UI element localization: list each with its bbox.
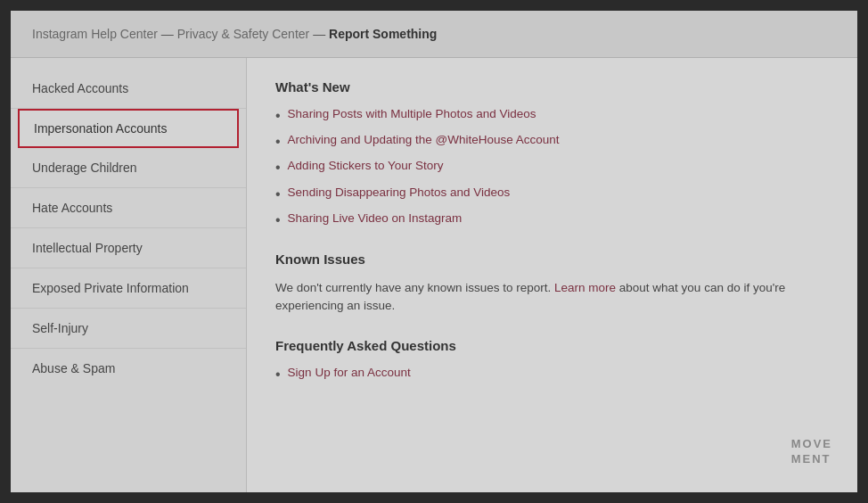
whats-new-link-1[interactable]: Sharing Posts with Multiple Photos and V… xyxy=(288,107,536,120)
sidebar-item-hacked-accounts[interactable]: Hacked Accounts xyxy=(11,69,246,109)
main-content: What's New • Sharing Posts with Multiple… xyxy=(247,58,857,492)
known-issues-text: We don't currently have any known issues… xyxy=(275,279,829,316)
breadcrumb-privacy: Privacy & Safety Center xyxy=(177,27,310,41)
breadcrumb-sep1: — xyxy=(158,27,177,41)
whats-new-section: What's New • Sharing Posts with Multiple… xyxy=(275,79,829,228)
list-item: • Sign Up for an Account xyxy=(275,366,829,383)
whats-new-title: What's New xyxy=(275,79,829,95)
bullet-icon: • xyxy=(275,211,281,228)
bullet-icon: • xyxy=(275,366,281,383)
list-item: • Sharing Posts with Multiple Photos and… xyxy=(275,107,829,124)
learn-more-link[interactable]: Learn more xyxy=(554,281,616,294)
bullet-icon: • xyxy=(275,159,281,176)
faq-title: Frequently Asked Questions xyxy=(275,338,829,353)
whats-new-link-3[interactable]: Adding Stickers to Your Story xyxy=(288,159,444,172)
known-issues-title: Known Issues xyxy=(275,252,829,267)
breadcrumb-report: Report Something xyxy=(329,27,437,41)
list-item: • Sending Disappearing Photos and Videos xyxy=(275,186,829,202)
faq-link-1[interactable]: Sign Up for an Account xyxy=(288,366,411,379)
breadcrumb-home: Instagram Help Center xyxy=(32,27,158,41)
sidebar-item-hate-accounts[interactable]: Hate Accounts xyxy=(11,188,246,228)
whats-new-link-5[interactable]: Sharing Live Video on Instagram xyxy=(288,211,463,225)
sidebar-item-exposed-private[interactable]: Exposed Private Information xyxy=(11,268,246,309)
known-issues-section: Known Issues We don't currently have any… xyxy=(275,252,829,316)
watermark: MOVE MENT xyxy=(791,437,832,467)
bullet-icon: • xyxy=(275,186,281,202)
list-item: • Sharing Live Video on Instagram xyxy=(275,211,829,228)
bullet-icon: • xyxy=(275,133,281,150)
whats-new-link-4[interactable]: Sending Disappearing Photos and Videos xyxy=(288,186,511,199)
sidebar: Hacked Accounts Impersonation Accounts U… xyxy=(11,58,247,492)
list-item: • Archiving and Updating the @WhiteHouse… xyxy=(275,133,829,150)
list-item: • Adding Stickers to Your Story xyxy=(275,159,829,176)
sidebar-item-underage-children[interactable]: Underage Children xyxy=(11,148,246,188)
faq-section: Frequently Asked Questions • Sign Up for… xyxy=(275,338,829,383)
page-body: Hacked Accounts Impersonation Accounts U… xyxy=(11,58,857,492)
sidebar-item-intellectual-property[interactable]: Intellectual Property xyxy=(11,228,246,268)
breadcrumb: Instagram Help Center — Privacy & Safety… xyxy=(11,11,857,58)
sidebar-item-abuse-spam[interactable]: Abuse & Spam xyxy=(11,349,246,388)
whats-new-link-2[interactable]: Archiving and Updating the @WhiteHouse A… xyxy=(288,133,560,146)
sidebar-item-self-injury[interactable]: Self-Injury xyxy=(11,309,246,349)
breadcrumb-sep2: — xyxy=(309,27,329,41)
sidebar-item-impersonation-accounts[interactable]: Impersonation Accounts xyxy=(18,109,239,148)
bullet-icon: • xyxy=(275,107,281,124)
